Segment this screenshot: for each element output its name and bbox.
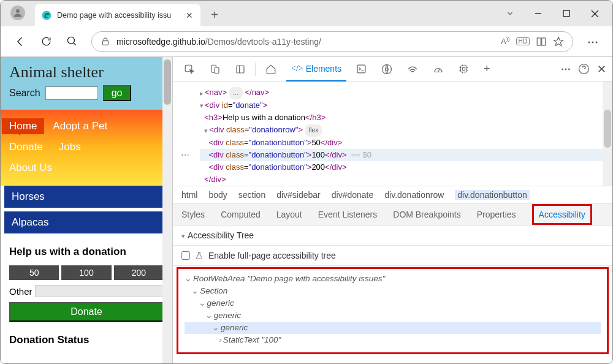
window-titlebar: Demo page with accessibility issu ✕ + (1, 1, 612, 26)
tab-properties[interactable]: Properties (477, 210, 516, 219)
welcome-tab[interactable] (261, 57, 281, 82)
memory-tab[interactable] (454, 57, 474, 82)
more-tabs[interactable]: + (479, 57, 495, 82)
svg-rect-20 (461, 66, 467, 72)
page-title: Animal shelter (9, 63, 164, 82)
maximize-button[interactable] (552, 1, 581, 26)
page-scrollbar[interactable] (162, 57, 172, 364)
url-text: microsoftedge.github.io/Demos/devtools-a… (116, 37, 495, 47)
a11y-tree-heading[interactable]: Accessibility Tree (173, 226, 612, 246)
rendered-page: Animal shelter Search go Home Adopt a Pe… (1, 57, 172, 364)
inspect-tool[interactable] (179, 57, 200, 82)
amount-100[interactable]: 100 (61, 265, 111, 280)
nav-donate[interactable]: Donate (2, 139, 50, 155)
tab-computed[interactable]: Computed (221, 210, 261, 219)
status-heading: Donation Status (9, 334, 164, 346)
device-tool[interactable] (205, 57, 226, 82)
go-button[interactable]: go (103, 85, 131, 101)
address-bar[interactable]: microsoftedge.github.io/Demos/devtools-a… (91, 31, 573, 52)
svg-line-19 (438, 69, 440, 72)
help-icon[interactable] (578, 63, 590, 75)
link-alpacas[interactable]: Alpacas (4, 211, 169, 233)
nav-adopt[interactable]: Adopt a Pet (45, 118, 115, 134)
svg-point-18 (383, 64, 392, 74)
svg-rect-16 (357, 65, 365, 73)
read-aloud-icon[interactable]: A)) (501, 36, 510, 46)
close-window-button[interactable] (581, 1, 609, 26)
other-label: Other (9, 286, 32, 297)
flask-icon (195, 251, 204, 260)
dom-tree[interactable]: <nav> … </nav> <div id="donate"> <h3>Hel… (173, 82, 612, 186)
performance-tab[interactable] (428, 57, 449, 82)
new-tab-button[interactable]: + (205, 6, 224, 24)
reader-icon[interactable] (536, 36, 547, 47)
devtools-panel: </>Elements + ⋯ ✕ <nav> … </nav> <div id… (172, 57, 612, 364)
browser-toolbar: microsoftedge.github.io/Demos/devtools-a… (1, 26, 612, 57)
svg-rect-10 (542, 38, 546, 45)
amount-200[interactable]: 200 (114, 265, 164, 280)
minimize-button[interactable] (524, 1, 552, 26)
search-label: Search (9, 88, 40, 99)
network-tab[interactable] (402, 57, 423, 82)
edge-icon (41, 10, 52, 21)
devtools-tabs: </>Elements + ⋯ ✕ (173, 57, 612, 82)
dock-tool[interactable] (230, 57, 250, 82)
svg-rect-9 (537, 38, 541, 45)
tab-layout[interactable]: Layout (276, 210, 302, 219)
nav-home[interactable]: Home (2, 118, 44, 134)
hd-badge: HD (516, 37, 530, 45)
svg-point-0 (16, 9, 20, 13)
link-horses[interactable]: Horses (4, 186, 169, 208)
lock-icon (101, 37, 110, 47)
chevron-down-icon[interactable] (496, 1, 524, 26)
svg-rect-13 (215, 67, 219, 74)
back-button[interactable] (9, 31, 31, 53)
svg-rect-3 (563, 10, 569, 17)
breadcrumb[interactable]: html body section div#sidebar div#donate… (173, 186, 612, 203)
other-input[interactable] (35, 285, 164, 297)
svg-point-30 (579, 64, 589, 74)
refresh-button[interactable] (35, 31, 57, 53)
close-devtools-icon[interactable]: ✕ (597, 63, 606, 76)
elements-tab[interactable]: </>Elements (286, 57, 346, 82)
more-tools-icon[interactable]: ⋯ (561, 63, 571, 75)
svg-rect-14 (237, 66, 244, 73)
search-button[interactable] (61, 31, 83, 53)
profile-icon[interactable] (10, 6, 25, 20)
svg-rect-21 (462, 67, 465, 70)
svg-rect-8 (102, 40, 108, 45)
donation-heading: Help us with a donation (9, 246, 164, 258)
enable-checkbox[interactable] (181, 251, 190, 260)
main-nav: Home Adopt a Pet Donate Jobs About Us (1, 110, 172, 186)
close-tab-icon[interactable]: ✕ (185, 10, 194, 20)
tab-title: Demo page with accessibility issu (57, 11, 180, 20)
tab-event-listeners[interactable]: Event Listeners (318, 210, 378, 219)
browser-tab[interactable]: Demo page with accessibility issu ✕ (35, 4, 200, 26)
amount-50[interactable]: 50 (9, 265, 59, 280)
nav-jobs[interactable]: Jobs (51, 139, 88, 155)
svg-point-6 (67, 37, 74, 44)
search-input[interactable] (45, 86, 98, 100)
nav-about[interactable]: About Us (2, 160, 59, 176)
accessibility-tree[interactable]: RootWebArea "Demo page with accessibilit… (177, 267, 609, 354)
favorite-icon[interactable] (553, 36, 564, 47)
tab-dom-breakpoints[interactable]: DOM Breakpoints (393, 210, 460, 219)
more-button[interactable]: ⋯ (582, 31, 604, 53)
donate-button[interactable]: Donate (9, 302, 164, 322)
svg-line-7 (73, 43, 75, 45)
sources-tab[interactable] (376, 57, 397, 82)
styles-subtabs: Styles Computed Layout Event Listeners D… (173, 203, 612, 226)
tab-accessibility[interactable]: Accessibility (532, 204, 592, 225)
tab-styles[interactable]: Styles (181, 210, 205, 219)
console-tab[interactable] (351, 57, 371, 82)
dom-scrollbar[interactable] (603, 82, 612, 186)
enable-fullpage-row: Enable full-page accessibility tree (173, 246, 612, 266)
